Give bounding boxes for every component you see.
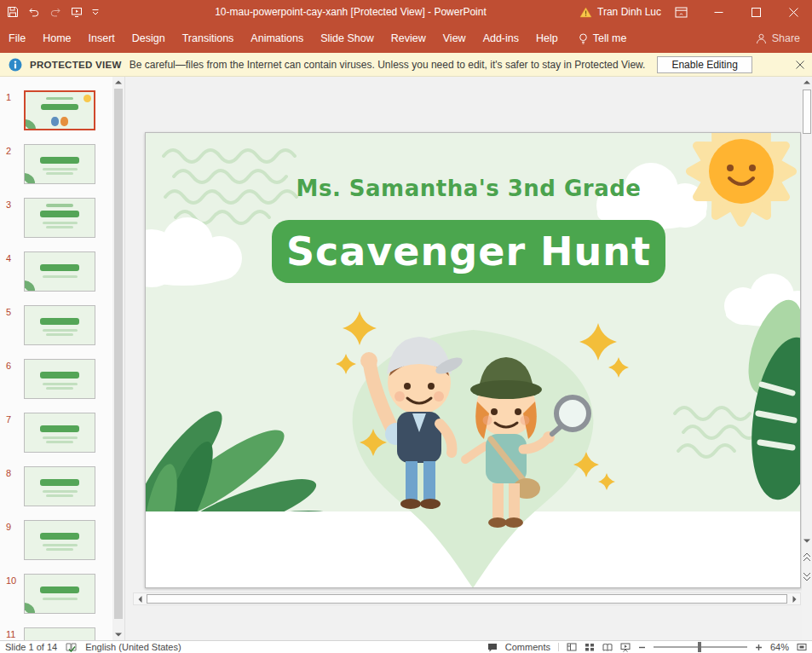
tab-help[interactable]: Help: [527, 24, 567, 53]
comments-button[interactable]: Comments: [505, 642, 550, 652]
banner-close-icon[interactable]: [796, 61, 804, 69]
thumbnail-slide-11[interactable]: 11: [0, 627, 111, 640]
thumbnail-slide-7[interactable]: 7: [0, 413, 111, 457]
zoom-out-icon[interactable]: [638, 644, 646, 651]
thumbnail-preview[interactable]: [24, 305, 95, 345]
thumbnail-slide-10[interactable]: 10: [0, 574, 111, 618]
scrollbar-thumb[interactable]: [147, 594, 787, 604]
ribbon-display-options-icon[interactable]: [675, 7, 688, 18]
zoom-in-icon[interactable]: [755, 644, 763, 651]
save-icon[interactable]: [7, 6, 19, 18]
vertical-scrollbar[interactable]: [802, 77, 812, 640]
thumb-art-block: [46, 387, 72, 390]
thumbnail-slide-1[interactable]: 1: [0, 90, 111, 135]
previous-slide-button[interactable]: [802, 549, 812, 566]
tab-insert[interactable]: Insert: [80, 24, 124, 53]
warning-icon: [579, 7, 592, 18]
thumbnail-slide-9[interactable]: 9: [0, 520, 111, 564]
thumb-art-block: [24, 280, 35, 292]
thumbnail-preview[interactable]: [24, 466, 95, 506]
slide-sorter-icon[interactable]: [585, 642, 595, 652]
thumb-art-block: [41, 104, 79, 110]
scroll-down-icon[interactable]: [802, 535, 812, 546]
customize-qat-icon[interactable]: [92, 9, 99, 15]
tab-animations[interactable]: Animations: [242, 24, 312, 53]
tab-add-ins[interactable]: Add-ins: [475, 24, 527, 53]
thumbnail-number: 1: [6, 92, 11, 102]
scrollbar-thumb[interactable]: [803, 90, 811, 134]
close-button[interactable]: [775, 0, 812, 24]
workspace: 1 2 3: [0, 77, 812, 640]
tab-view[interactable]: View: [435, 24, 475, 53]
tab-home[interactable]: Home: [34, 24, 79, 53]
tab-slide-show[interactable]: Slide Show: [312, 24, 383, 53]
tab-file[interactable]: File: [0, 24, 34, 53]
thumbnail-slide-4[interactable]: 4: [0, 251, 111, 296]
enable-editing-button[interactable]: Enable Editing: [657, 56, 752, 73]
info-icon: [9, 58, 22, 72]
language-indicator[interactable]: English (United States): [85, 642, 181, 652]
spelling-icon[interactable]: [66, 642, 77, 652]
undo-icon[interactable]: [28, 6, 40, 18]
thumb-art-block: [46, 548, 72, 551]
slide-1-editor[interactable]: Ms. Samantha's 3nd Grade Scavenger Hunt: [145, 132, 801, 588]
scroll-right-icon[interactable]: [788, 593, 800, 604]
next-slide-button[interactable]: [802, 568, 812, 585]
thumbnail-preview[interactable]: [24, 144, 95, 184]
minimize-button[interactable]: [700, 0, 737, 24]
thumbnail-preview[interactable]: [24, 251, 95, 292]
thumbnail-preview[interactable]: [24, 627, 95, 640]
thumbnail-slide-6[interactable]: 6: [0, 359, 111, 403]
slide-show-icon[interactable]: [620, 642, 631, 652]
scrollbar-thumb[interactable]: [114, 89, 123, 619]
thumbnail-scrollbar[interactable]: [112, 77, 124, 640]
fit-to-window-icon[interactable]: [797, 642, 807, 652]
redo-icon[interactable]: [49, 6, 61, 18]
start-slideshow-icon[interactable]: [71, 6, 83, 18]
thumbnail-number: 8: [6, 468, 11, 478]
magnifying-glass: [556, 397, 589, 430]
tab-transitions[interactable]: Transitions: [174, 24, 243, 53]
slide-subtitle-text[interactable]: Ms. Samantha's 3nd Grade: [146, 176, 792, 201]
thumbnail-preview[interactable]: [24, 198, 95, 238]
slide-indicator: Slide 1 of 14: [5, 642, 57, 652]
account-info[interactable]: Tran Dinh Luc: [579, 6, 661, 18]
thumbnail-slide-5[interactable]: 5: [0, 305, 111, 350]
thumbnail-preview[interactable]: [24, 413, 95, 453]
reading-view-icon[interactable]: [602, 642, 613, 652]
scroll-left-icon[interactable]: [134, 593, 146, 604]
thumbnail-slide-8[interactable]: 8: [0, 466, 111, 511]
quick-access-toolbar: [7, 0, 99, 24]
thumb-art-block: [43, 383, 78, 385]
scroll-down-icon[interactable]: [112, 629, 124, 640]
thumb-art-block: [46, 204, 74, 207]
thumbnail-slide-2[interactable]: 2: [0, 144, 111, 188]
slide-title-text[interactable]: Scavenger Hunt: [272, 220, 665, 283]
thumb-art-block: [46, 333, 72, 336]
horizontal-scrollbar[interactable]: [133, 592, 801, 605]
zoom-slider[interactable]: [654, 646, 747, 648]
thumbnail-preview[interactable]: [24, 574, 95, 614]
share-button[interactable]: Share: [756, 32, 800, 44]
tab-design[interactable]: Design: [124, 24, 174, 53]
thumbnail-preview[interactable]: [24, 520, 95, 560]
scroll-up-icon[interactable]: [112, 77, 124, 88]
scroll-up-icon[interactable]: [802, 77, 812, 88]
maximize-button[interactable]: [737, 0, 775, 24]
comments-icon[interactable]: [487, 643, 498, 652]
protected-view-message: Be careful—files from the Internet can c…: [130, 59, 646, 71]
zoom-level[interactable]: 64%: [770, 642, 789, 652]
thumbnail-number: 11: [6, 629, 15, 639]
tab-review[interactable]: Review: [383, 24, 435, 53]
tell-me-box[interactable]: Tell me: [579, 32, 627, 44]
zoom-slider-knob[interactable]: [698, 642, 701, 652]
normal-view-icon[interactable]: [567, 642, 577, 652]
thumb-art-block: [40, 318, 79, 325]
thumbnail-preview[interactable]: [24, 90, 95, 130]
divider: [558, 643, 559, 651]
thumbnail-slide-3[interactable]: 3: [0, 198, 111, 242]
thumbnail-number: 2: [6, 146, 11, 156]
thumb-art-block: [40, 479, 79, 486]
thumbnail-preview[interactable]: [24, 359, 95, 399]
slide-canvas: Ms. Samantha's 3nd Grade Scavenger Hunt: [126, 77, 802, 640]
